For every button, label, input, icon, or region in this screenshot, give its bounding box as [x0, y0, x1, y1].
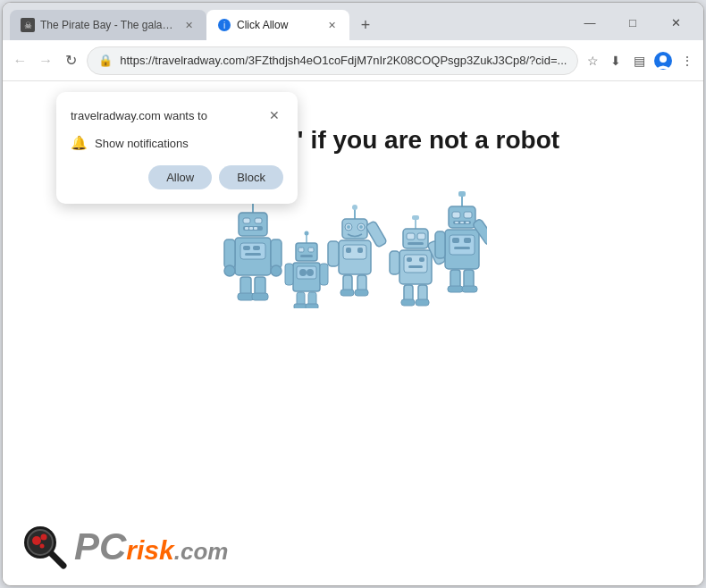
svg-rect-62	[412, 215, 419, 220]
svg-rect-86	[466, 222, 469, 223]
svg-rect-9	[243, 218, 250, 223]
svg-rect-81	[452, 212, 460, 218]
tab-piratebay[interactable]: ☠ The Pirate Bay - The galaxy's m... ✕	[10, 10, 206, 40]
tab-piratebay-close[interactable]: ✕	[181, 18, 196, 32]
svg-rect-68	[404, 255, 427, 273]
tab-piratebay-title: The Pirate Bay - The galaxy's m...	[40, 19, 176, 31]
svg-point-101	[41, 534, 47, 541]
allow-button[interactable]: Allow	[148, 165, 212, 189]
svg-rect-18	[253, 246, 260, 250]
svg-rect-24	[224, 239, 235, 268]
notification-row: 🔔 Show notifications	[71, 135, 283, 151]
content-area: travelradway.com wants to ✕ 🔔 Show notif…	[3, 81, 703, 585]
profile-button[interactable]	[653, 48, 673, 73]
window-controls: — □ ✕	[569, 12, 696, 33]
svg-point-100	[32, 536, 41, 545]
close-button[interactable]: ✕	[655, 12, 696, 33]
footer-brand: PC risk .com	[21, 523, 228, 571]
svg-point-50	[359, 225, 363, 229]
star-button[interactable]: ☆	[584, 48, 601, 73]
svg-point-49	[347, 225, 350, 229]
minimize-button[interactable]: —	[569, 12, 610, 33]
svg-point-29	[305, 231, 309, 236]
block-button[interactable]: Block	[219, 165, 283, 189]
svg-rect-41	[306, 304, 318, 308]
tab-piratebay-favicon: ☠	[21, 18, 35, 32]
svg-rect-54	[357, 248, 363, 253]
popup-title: travelradway.com wants to	[71, 109, 207, 122]
svg-rect-79	[458, 191, 466, 197]
new-tab-button[interactable]: +	[353, 13, 378, 38]
svg-rect-84	[455, 222, 458, 223]
secure-icon: 🔒	[98, 54, 113, 67]
svg-rect-17	[243, 246, 250, 250]
svg-point-27	[271, 265, 282, 276]
svg-rect-95	[462, 286, 477, 292]
download-button[interactable]: ⬇	[607, 48, 625, 73]
svg-point-36	[299, 269, 307, 276]
back-button[interactable]: ←	[10, 46, 30, 75]
svg-point-37	[307, 269, 314, 276]
title-bar: ☠ The Pirate Bay - The galaxy's m... ✕ i…	[3, 3, 703, 40]
svg-rect-59	[328, 241, 339, 266]
notification-popup: travelradway.com wants to ✕ 🔔 Show notif…	[56, 92, 298, 204]
svg-rect-70	[419, 257, 424, 262]
svg-rect-58	[355, 290, 368, 296]
brand-text: PC risk .com	[74, 528, 228, 566]
svg-point-26	[224, 265, 235, 276]
tab-clickallow-title: Click Allow	[237, 19, 319, 31]
svg-rect-94	[448, 286, 463, 292]
svg-rect-13	[249, 227, 253, 230]
svg-rect-40	[294, 304, 307, 308]
svg-rect-57	[340, 290, 354, 296]
brand-dotcom: .com	[174, 540, 229, 563]
nav-bar: ← → ↻ 🔒 https://travelradway.com/3FZthdj…	[3, 40, 703, 81]
svg-line-103	[51, 553, 63, 566]
svg-rect-90	[464, 238, 471, 243]
svg-text:☠: ☠	[24, 21, 32, 30]
svg-rect-96	[435, 231, 445, 258]
svg-rect-14	[254, 227, 257, 230]
svg-point-102	[40, 544, 45, 549]
svg-rect-53	[346, 248, 351, 253]
svg-rect-71	[408, 265, 423, 268]
svg-rect-74	[401, 299, 415, 306]
svg-rect-22	[238, 293, 254, 300]
maximize-button[interactable]: □	[612, 12, 653, 33]
svg-rect-66	[408, 242, 424, 245]
svg-rect-69	[407, 257, 412, 262]
brand-pc: PC	[74, 528, 126, 566]
refresh-button[interactable]: ↻	[62, 46, 82, 75]
brand-risk: risk	[126, 537, 173, 564]
menu-button[interactable]: ⋮	[678, 48, 696, 73]
svg-rect-82	[464, 212, 472, 218]
svg-rect-85	[460, 222, 464, 223]
svg-rect-76	[390, 251, 399, 274]
popup-buttons: Allow Block	[71, 165, 283, 189]
reader-mode-button[interactable]: ▤	[630, 48, 648, 73]
svg-rect-12	[245, 227, 248, 230]
tab-clickallow-favicon: i	[217, 18, 231, 32]
address-bar[interactable]: 🔒 https://travelradway.com/3FZthdjsh4eO1…	[87, 46, 578, 75]
tab-clickallow-close[interactable]: ✕	[324, 18, 339, 32]
svg-rect-31	[298, 248, 304, 252]
browser-window: ☠ The Pirate Bay - The galaxy's m... ✕ i…	[2, 2, 704, 586]
svg-rect-32	[308, 248, 314, 252]
svg-rect-23	[252, 293, 268, 300]
svg-rect-65	[417, 233, 425, 239]
tab-clickallow[interactable]: i Click Allow ✕	[206, 10, 349, 40]
svg-text:i: i	[223, 21, 225, 30]
svg-rect-8	[239, 213, 267, 236]
svg-rect-25	[271, 239, 282, 268]
svg-rect-42	[285, 264, 293, 285]
svg-rect-64	[407, 233, 415, 239]
bell-icon: 🔔	[71, 135, 88, 151]
notification-permission-text: Show notifications	[95, 137, 189, 150]
forward-button[interactable]: →	[36, 46, 56, 75]
url-text: https://travelradway.com/3FZthdjsh4eO1co…	[120, 54, 567, 67]
popup-close-button[interactable]: ✕	[265, 106, 283, 124]
svg-rect-19	[245, 253, 261, 256]
svg-rect-89	[452, 238, 459, 243]
svg-rect-10	[255, 218, 262, 223]
svg-point-45	[352, 205, 357, 210]
